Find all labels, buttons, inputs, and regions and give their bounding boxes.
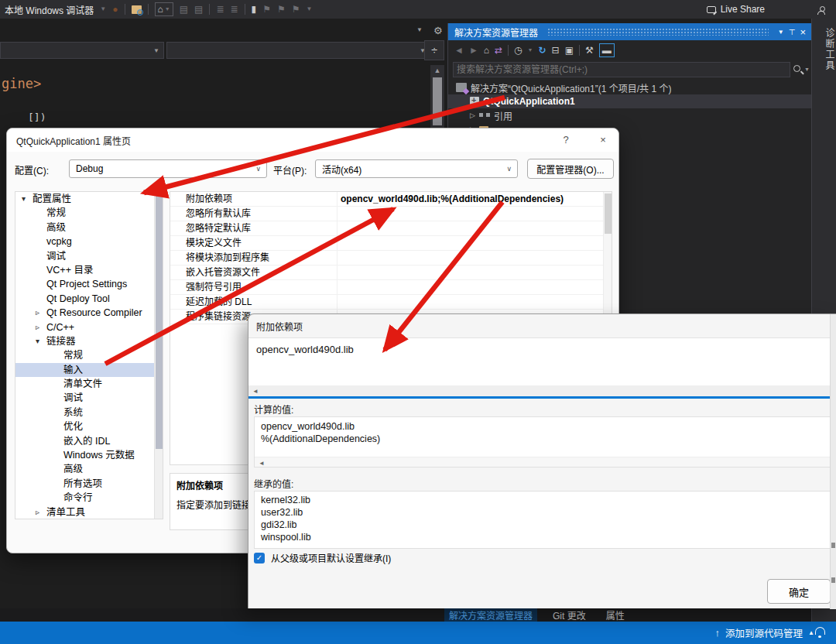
bottom-tab[interactable]: 解决方案资源管理器 xyxy=(444,608,537,622)
dialog-vertical-scrollbar[interactable] xyxy=(830,314,836,609)
property-tree-item[interactable]: 常规 xyxy=(15,348,163,362)
scrollbar-thumb[interactable] xyxy=(156,194,163,449)
property-tree-item[interactable]: 系统 xyxy=(15,406,163,420)
search-input[interactable] xyxy=(453,62,790,77)
property-value[interactable] xyxy=(337,221,612,235)
help-icon[interactable]: ? xyxy=(558,134,574,146)
add-to-source-control-button[interactable]: 添加到源代码管理 xyxy=(725,625,803,640)
expanded-icon[interactable]: ▾ xyxy=(36,334,46,348)
editor-type-dropdown[interactable]: ▼ xyxy=(0,42,164,59)
comment-icon[interactable]: ≣ xyxy=(216,4,224,15)
property-tree-item[interactable]: 调试 xyxy=(15,391,163,405)
property-tree-item[interactable]: ▹C/C++ xyxy=(15,320,163,334)
chevron-down-icon[interactable]: ▼ xyxy=(778,29,784,36)
split-editor-icon[interactable]: ÷ xyxy=(424,40,444,60)
property-tree-item[interactable]: 调试 xyxy=(15,249,163,263)
refresh-icon[interactable]: ↻ xyxy=(539,45,546,56)
platform-select[interactable]: 活动(x64) ∨ xyxy=(315,159,518,178)
close-icon[interactable]: × xyxy=(800,26,806,38)
property-tree-item[interactable]: 所有选项 xyxy=(15,477,163,491)
property-tree-item[interactable]: Qt Deploy Tool xyxy=(15,292,163,306)
inherit-checkbox[interactable]: ✓ xyxy=(254,553,265,564)
property-value[interactable]: opencv_world490d.lib;%(AdditionalDepende… xyxy=(337,192,612,206)
dialog-titlebar[interactable]: QtQuickApplication1 属性页 xyxy=(7,128,618,152)
property-grid-row[interactable]: 将模块添加到程序集 xyxy=(170,251,612,265)
solution-explorer-titlebar[interactable]: 解决方案资源管理器 ▼ ⊤ × xyxy=(448,23,812,40)
toolbar-overflow-icon[interactable]: ▼ xyxy=(306,4,312,15)
property-tree-item[interactable]: 高级 xyxy=(15,221,163,235)
show-all-files-toggle[interactable]: ▬ xyxy=(599,43,615,57)
property-value[interactable] xyxy=(337,295,612,309)
property-tree-item[interactable]: Qt Project Settings xyxy=(15,277,163,291)
expanded-icon[interactable]: ▾ xyxy=(22,192,33,206)
property-grid-row[interactable]: 嵌入托管资源文件 xyxy=(170,265,612,280)
evaluated-horizontal-scrollbar[interactable]: ◄ xyxy=(255,457,830,467)
property-tree-item[interactable]: 优化 xyxy=(15,420,163,433)
property-grid-row[interactable]: 强制符号引用 xyxy=(170,280,612,295)
outdent-icon[interactable]: ▤ xyxy=(194,4,203,15)
collapsed-icon[interactable]: ▷ xyxy=(470,111,475,119)
property-tree-item[interactable]: ▾链接器 xyxy=(15,334,163,348)
notifications-bell-icon[interactable] xyxy=(815,627,825,635)
property-grid-row[interactable]: 忽略所有默认库 xyxy=(170,207,612,221)
property-grid-row[interactable]: 延迟加载的 DLL xyxy=(170,295,612,310)
scroll-up-icon[interactable]: ▲ xyxy=(430,67,444,74)
pin-icon[interactable]: ⊤ xyxy=(789,28,796,36)
textarea-horizontal-scrollbar[interactable]: ◄ xyxy=(248,385,836,396)
chevron-down-icon[interactable]: ▼ xyxy=(528,45,533,56)
uncomment-icon[interactable]: ≣ xyxy=(230,4,238,15)
chevron-up-icon[interactable]: ▲ xyxy=(808,629,814,636)
live-share-button[interactable]: Live Share xyxy=(707,4,765,15)
hot-reload-icon[interactable]: ● xyxy=(112,4,118,15)
property-tree-item[interactable]: 嵌入的 IDL xyxy=(15,434,163,448)
property-tree-item[interactable]: 清单文件 xyxy=(15,377,163,391)
property-value[interactable] xyxy=(337,280,612,294)
back-icon[interactable]: ◄ xyxy=(454,45,464,56)
property-tree-item[interactable]: 高级 xyxy=(15,462,163,476)
close-icon[interactable]: × xyxy=(595,134,611,146)
forward-icon[interactable]: ► xyxy=(469,45,478,56)
property-tree-item[interactable]: ▹清单工具 xyxy=(15,505,163,519)
pending-changes-filter-icon[interactable]: ◷ xyxy=(514,45,522,56)
tree-scrollbar[interactable] xyxy=(154,192,163,519)
property-tree-item[interactable]: ▹Qt Resource Compiler xyxy=(15,306,163,320)
clear-bookmarks-icon[interactable]: ⚑ xyxy=(292,4,300,15)
inherited-values-box[interactable]: kernel32.libuser32.libgdi32.libwinspool.… xyxy=(254,491,831,549)
search-icon[interactable] xyxy=(793,65,800,72)
gear-icon[interactable]: ⚙ xyxy=(433,25,443,36)
prev-bookmark-icon[interactable]: ⚑ xyxy=(262,4,271,15)
property-tree-item[interactable]: vcpkg xyxy=(15,235,163,248)
project-node[interactable]: QtQuickApplication1 xyxy=(448,94,812,108)
scrollbar-thumb[interactable] xyxy=(433,77,442,125)
dependencies-textarea[interactable]: opencv_world490d.lib xyxy=(248,337,836,385)
collapsed-icon[interactable]: ▹ xyxy=(36,505,46,519)
configuration-manager-button[interactable]: 配置管理器(O)... xyxy=(527,159,614,179)
bottom-tab[interactable]: Git 更改 xyxy=(548,608,591,622)
editor-member-dropdown[interactable]: ▼ xyxy=(166,42,430,59)
bookmark-icon[interactable]: ▮ xyxy=(252,4,257,15)
account-icon[interactable] xyxy=(817,11,825,15)
property-tree-item[interactable]: VC++ 目录 xyxy=(15,263,163,277)
references-node[interactable]: ▷ 引用 xyxy=(448,108,812,122)
wrench-icon[interactable]: ⚒ xyxy=(585,45,594,56)
property-tree-item[interactable]: Windows 元数据 xyxy=(15,448,163,462)
property-value[interactable] xyxy=(337,251,612,265)
collapse-all-icon[interactable]: ⊟ xyxy=(552,45,560,56)
property-tree-item[interactable]: 常规 xyxy=(15,206,163,220)
diagnostic-tools-tab[interactable]: 诊断工具 xyxy=(812,28,836,71)
solution-node[interactable]: 解决方案“QtQuickApplication1”(1 个项目/共 1 个) xyxy=(448,80,812,94)
property-tree-item[interactable]: ▾配置属性 xyxy=(15,192,163,206)
property-category-tree[interactable]: ▾配置属性常规高级vcpkg调试VC++ 目录Qt Project Settin… xyxy=(15,191,163,519)
scroll-left-icon[interactable]: ◄ xyxy=(259,460,265,467)
configuration-select[interactable]: Debug ∨ xyxy=(69,159,267,178)
property-value[interactable] xyxy=(337,236,612,250)
property-tree-item[interactable]: 输入 xyxy=(15,363,163,377)
scroll-left-icon[interactable]: ◄ xyxy=(252,388,259,395)
property-grid-row[interactable]: 附加依赖项opencv_world490d.lib;%(AdditionalDe… xyxy=(170,192,612,207)
property-grid-row[interactable]: 忽略特定默认库 xyxy=(170,221,612,236)
property-grid-row[interactable]: 模块定义文件 xyxy=(170,236,612,251)
bottom-tab[interactable]: 属性 xyxy=(601,608,629,622)
chevron-down-icon[interactable]: ▼ xyxy=(100,4,106,15)
debug-target-dropdown[interactable]: 本地 Windows 调试器 xyxy=(5,3,94,16)
chevron-down-icon[interactable]: ▼ xyxy=(416,26,423,33)
